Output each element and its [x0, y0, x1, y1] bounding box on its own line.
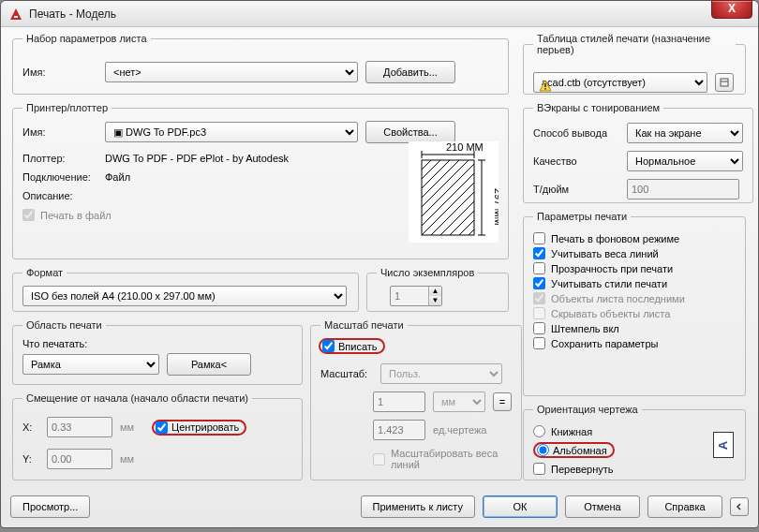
page-setup-name-label: Имя: [22, 66, 97, 78]
shaded-legend: ВЭкраны с тонированием [533, 102, 663, 113]
portrait-radio[interactable] [533, 425, 545, 437]
offset-y-unit: мм [120, 453, 134, 465]
orientation-group: Ориентация чертежа Книжная Альбомная Пер… [523, 404, 746, 480]
offset-group: Смещение от начала (начало области печат… [12, 392, 303, 480]
paper-preview: 210 MM 297 MM [409, 141, 499, 243]
page-setup-legend: Набор параметров листа [22, 33, 151, 44]
what-to-plot-select[interactable]: Рамка [22, 354, 159, 375]
plot-style-select[interactable]: acad.ctb (отсутствует) [533, 72, 707, 93]
opt-save-label: Сохранить параметры [551, 338, 658, 349]
copies-legend: Число экземпляров [377, 267, 478, 278]
dpi-label: Т/дюйм [533, 184, 619, 195]
opt-paperspace-checkbox [533, 292, 545, 304]
help-button[interactable]: Справка [647, 495, 722, 518]
titlebar[interactable]: Печать - Модель X [1, 1, 758, 27]
apply-button[interactable]: Применить к листу [361, 495, 476, 518]
ok-button[interactable]: ОК [483, 495, 558, 518]
shaded-group: ВЭкраны с тонированием Способ вывода Как… [523, 102, 753, 203]
opt-lw-label: Учитывать веса линий [551, 248, 659, 259]
svg-marker-0 [10, 8, 22, 20]
plot-options-group: Параметры печати Печать в фоновом режиме… [523, 211, 746, 396]
upside-checkbox[interactable] [533, 463, 545, 475]
scale-eq-button[interactable]: = [493, 392, 512, 411]
paper-size-legend: Формат [22, 267, 67, 278]
center-label: Центрировать [171, 421, 239, 433]
scale-lw-checkbox [373, 453, 385, 466]
opt-trans-label: Прозрачность при печати [551, 263, 673, 274]
shade-mode-select[interactable]: Как на экране [627, 123, 743, 143]
cancel-button[interactable]: Отмена [565, 495, 640, 518]
paper-width-label: 210 MM [446, 141, 484, 153]
paper-height-label: 297 MM [493, 188, 499, 226]
printer-props-button[interactable]: Свойства... [365, 121, 455, 143]
scale-lw-label: Масштабировать веса линий [391, 448, 512, 470]
window-title: Печать - Модель [29, 7, 116, 21]
opt-styles-checkbox[interactable] [533, 277, 545, 289]
opt-paperspace-label: Объекты листа последними [551, 293, 685, 304]
plot-area-legend: Область печати [22, 319, 106, 331]
printer-name-label: Имя: [22, 126, 97, 138]
opt-lw-checkbox[interactable] [533, 247, 545, 259]
collapse-button[interactable] [730, 497, 749, 516]
plot-dialog: Печать - Модель X Набор параметров листа… [0, 0, 759, 528]
close-button[interactable]: X [711, 0, 752, 19]
dpi-input [627, 179, 739, 200]
opt-bg-label: Печать в фоновом режиме [551, 233, 679, 244]
plotter-label: Плоттер: [22, 153, 97, 164]
quality-select[interactable]: Нормальное [627, 151, 743, 171]
plot-scale-group: Масштаб печати Вписать Масштаб: Польз. м… [310, 319, 522, 480]
plot-to-file-checkbox [22, 209, 35, 221]
plot-area-group: Область печати Что печатать: Рамка Рамка… [12, 319, 303, 385]
scale-den-input [373, 420, 425, 440]
opt-trans-checkbox[interactable] [533, 262, 545, 274]
svg-rect-5 [721, 79, 728, 86]
page-setup-name-select[interactable]: <нет> [105, 62, 358, 82]
page-setup-add-button[interactable]: Добавить... [365, 61, 455, 83]
plot-scale-legend: Масштаб печати [320, 319, 408, 331]
shade-mode-label: Способ вывода [533, 127, 619, 139]
scale-den-unit: ед.чертежа [433, 424, 486, 436]
opt-stamp-label: Штемпель вкл [551, 323, 619, 334]
what-to-plot-label: Что печатать: [22, 338, 292, 349]
chevron-left-icon [735, 502, 744, 511]
opt-save-checkbox[interactable] [533, 337, 545, 349]
offset-x-input [47, 417, 112, 437]
orientation-icon [713, 432, 734, 458]
offset-y-input [47, 449, 112, 469]
copies-up[interactable]: ▲ [428, 287, 441, 296]
connection-value: Файл [105, 171, 130, 183]
printer-name-select[interactable]: ▣ DWG To PDF.pc3 [105, 122, 358, 142]
paper-size-group: Формат ISO без полей A4 (210.00 x 297.00… [12, 267, 359, 312]
svg-rect-1 [14, 16, 18, 18]
printer-group: Принтер/плоттер Имя: ▣ DWG To PDF.pc3 Св… [12, 102, 509, 259]
orientation-legend: Ориентация чертежа [533, 404, 642, 415]
plotter-value: DWG To PDF - PDF ePlot - by Autodesk [105, 153, 289, 164]
fit-label: Вписать [338, 341, 378, 352]
app-icon [8, 7, 23, 22]
connection-label: Подключение: [22, 171, 97, 183]
opt-bg-checkbox[interactable] [533, 232, 545, 244]
plot-style-edit-button[interactable] [715, 73, 734, 92]
offset-y-label: Y: [22, 453, 39, 465]
plot-style-legend: Таблица стилей печати (назначение перьев… [533, 33, 736, 55]
scale-select: Польз. [380, 363, 502, 384]
printer-legend: Принтер/плоттер [22, 102, 112, 113]
fit-checkbox[interactable] [322, 340, 335, 352]
offset-legend: Смещение от начала (начало области печат… [22, 392, 252, 404]
scale-label: Масштаб: [320, 368, 373, 379]
plot-to-file-label: Печать в файл [40, 210, 112, 221]
center-checkbox[interactable] [156, 421, 168, 434]
preview-button[interactable]: Просмотр... [10, 495, 90, 518]
opt-stamp-checkbox[interactable] [533, 322, 545, 334]
quality-label: Качество [533, 155, 619, 167]
opt-styles-label: Учитывать стили печати [551, 278, 667, 289]
window-pick-button[interactable]: Рамка< [167, 353, 251, 376]
opt-hide-label: Скрывать объекты листа [551, 308, 670, 319]
paper-size-select[interactable]: ISO без полей A4 (210.00 x 297.00 мм) [22, 286, 347, 306]
offset-x-label: X: [22, 421, 39, 433]
copies-down[interactable]: ▼ [428, 296, 441, 305]
scale-num-input [373, 392, 425, 412]
description-label: Описание: [22, 190, 97, 201]
landscape-radio[interactable] [537, 444, 549, 456]
offset-x-unit: мм [120, 421, 144, 433]
